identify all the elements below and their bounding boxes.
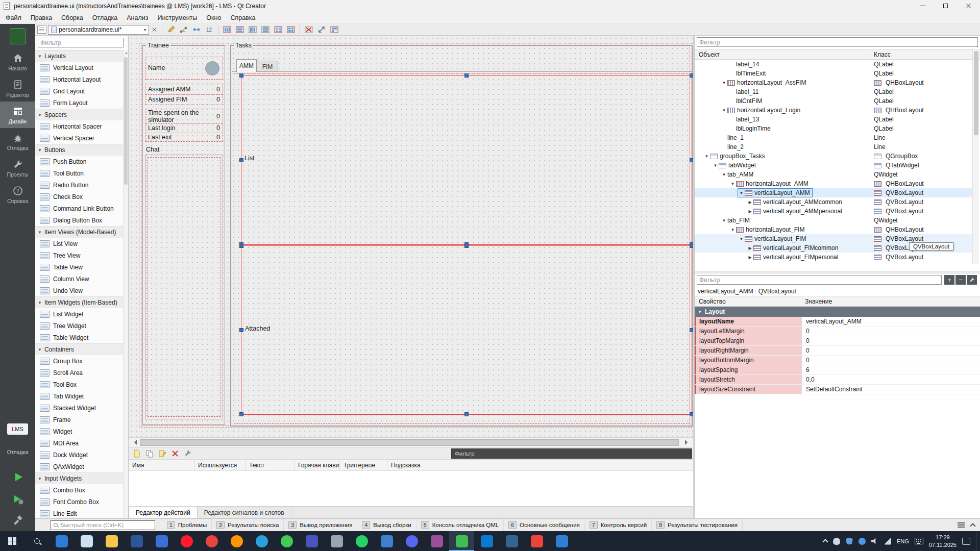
property-value[interactable]: 0 [802,327,980,336]
selection-handle-ml[interactable] [239,158,243,162]
widget-tree-view[interactable]: Tree View [35,249,123,261]
menu-icon[interactable] [958,522,965,528]
widget-horizontal-spacer[interactable]: Horizontal Spacer [35,120,123,132]
configure-action-editor-button[interactable] [183,449,192,458]
taskbar-app-qt-creator[interactable] [449,531,474,551]
taskbar-app-outlook[interactable] [49,531,74,551]
form-tab-amm[interactable]: AMM [236,59,257,72]
onedrive-icon[interactable] [833,538,840,545]
selection-handle-tr[interactable] [690,244,693,248]
widgetbox-section-layouts[interactable]: ▼Layouts [35,50,123,62]
taskbar-app-chrome[interactable] [199,531,224,551]
widgetbox-section-item-views-model-based[interactable]: ▼Item Views (Model-Based) [35,226,123,238]
mode-edit[interactable]: Редактор [0,75,35,102]
output-pane-2[interactable]: 2Результаты поиска [212,519,284,531]
expander-open-icon[interactable]: ▼ [729,182,736,186]
widget-qaxwidget[interactable]: QAxWidget [35,461,123,472]
property-filter-input[interactable] [697,275,942,285]
volume-icon[interactable] [871,538,878,545]
selection-handle-bl[interactable] [239,412,243,416]
mode-design[interactable]: Дизайн [0,102,35,128]
action-column-5[interactable]: Подсказка [387,460,693,470]
groupbox-trainee[interactable]: Trainee Name Assigned AMM0Assigned FIM0 … [142,45,225,425]
notification-center-icon[interactable] [962,538,970,545]
widget-check-box[interactable]: Check Box [35,191,123,203]
taskbar-app-cpu-monitor[interactable] [374,531,399,551]
scrollbar-thumb[interactable] [124,57,128,185]
taskbar-app-discord[interactable] [399,531,424,551]
scroll-right-icon[interactable] [685,440,690,445]
taskbar-app-file-explorer[interactable] [99,531,124,551]
widget-table-widget[interactable]: Table Widget [35,332,123,343]
object-row-tab_amm[interactable]: ▼tab_AMMQWidget [695,170,972,179]
taskbar-app-anydesk[interactable] [524,531,549,551]
output-pane-5[interactable]: 5Консоль отладчика QML [416,519,504,531]
taskbar-app-telegram[interactable] [249,531,274,551]
expander-closed-icon[interactable]: ▶ [747,200,753,205]
taskbar-app-backup-tool[interactable] [149,531,174,551]
property-value[interactable]: 0 [802,346,980,355]
tab-signals-slots-editor[interactable]: Редактор сигналов и слотов [198,507,291,518]
open-document-selector[interactable]: personalcardtrainee.ui* ▾ [48,25,149,35]
close-document-button[interactable] [151,26,159,34]
selection-handle-tm[interactable] [464,73,469,78]
break-layout-button[interactable] [303,24,314,35]
expander-open-icon[interactable]: ▼ [703,154,710,159]
selection-handle-ml[interactable] [239,328,243,332]
widget-horizontal-layout[interactable]: Horizontal Layout [35,73,123,85]
form-field-last-login[interactable]: Last login0 [145,124,223,133]
keyboard-layout-icon[interactable] [915,538,923,544]
widget-tool-box[interactable]: Tool Box [35,379,123,390]
run-debug-button[interactable] [0,489,35,510]
configure-property-editor-button[interactable] [967,275,977,285]
taskbar-app-remote-desktop[interactable] [549,531,574,551]
widget-form-layout[interactable]: Form Layout [35,97,123,109]
scroll-left-icon[interactable] [132,440,137,445]
mode-welcome[interactable]: Начало [0,48,35,75]
widget-undo-view[interactable]: Undo View [35,285,123,296]
expander-open-icon[interactable]: ▼ [721,172,727,177]
edit-action-button[interactable] [158,449,167,458]
expander-open-icon[interactable]: ▼ [721,81,727,85]
property-row-layoutLeftMargin[interactable]: layoutLeftMargin0 [695,327,980,336]
taskbar-app-camera-tool[interactable] [324,531,349,551]
kit-selector[interactable]: LMS [7,423,28,435]
property-value[interactable]: verticalLayout_AMM [802,317,980,326]
widget-vertical-spacer[interactable]: Vertical Spacer [35,132,123,144]
object-row-label_14[interactable]: label_14QLabel [695,60,972,69]
widgetbox-section-containers[interactable]: ▼Containers [35,343,123,355]
object-row-line_2[interactable]: line_2Line [695,142,972,152]
property-value[interactable]: SetDefaultConstraint [802,385,980,394]
build-button[interactable] [0,510,35,530]
expander-closed-icon[interactable]: ▶ [747,246,753,251]
action-column-4[interactable]: Триггерное [340,460,387,470]
taskbar-app-qt-assistant[interactable] [274,531,299,551]
widgetbox-section-buttons[interactable]: ▼Buttons [35,144,123,156]
property-row-layoutTopMargin[interactable]: layoutTopMargin0 [695,336,980,346]
widget-filter-input[interactable] [38,38,124,47]
expander-closed-icon[interactable]: ▶ [747,255,753,260]
selection-handle-mr[interactable] [690,328,693,332]
remove-dynamic-property-button[interactable]: − [955,275,966,285]
widget-line-edit[interactable]: Line Edit [35,508,123,518]
action-column-1[interactable]: Используется [194,460,246,470]
taskbar-app-firefox[interactable] [224,531,249,551]
widget-tree-widget[interactable]: Tree Widget [35,320,123,332]
selection-handle-mr[interactable] [690,158,693,162]
menu-edit[interactable]: Правка [26,13,57,22]
property-row-layoutSizeConstraint[interactable]: layoutSizeConstraintSetDefaultConstraint [695,385,980,394]
widget-combo-box[interactable]: Combo Box [35,484,123,496]
scrollbar-thumb[interactable] [974,51,978,135]
object-row-line_1[interactable]: line_1Line [695,133,972,142]
mode-projects[interactable]: Проекты [0,155,35,181]
widget-widget[interactable]: Widget [35,425,123,437]
taskbar-app-word[interactable] [124,531,149,551]
object-row-horizontallayout_assfim[interactable]: ▼horizontalLayout_AssFIMQHBoxLayout [695,78,972,87]
expander-open-icon[interactable]: ▼ [729,228,736,232]
widget-tab-widget[interactable]: Tab Widget [35,390,123,402]
selected-layout-attached[interactable]: Attached [241,245,692,415]
property-section-layout[interactable]: ▼ Layout [695,307,980,317]
new-action-button[interactable] [132,449,141,458]
lay-out-grid-button[interactable] [285,24,297,35]
edit-tab-order-button[interactable]: 12 [204,24,215,35]
